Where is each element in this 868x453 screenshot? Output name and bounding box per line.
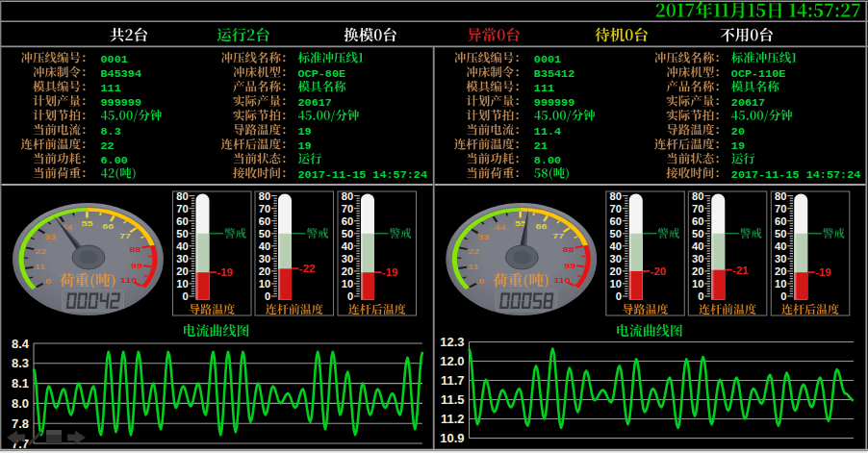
svg-text:21: 21 [534, 139, 548, 153]
svg-text:77: 77 [119, 231, 131, 239]
svg-text:10.9: 10.9 [440, 431, 464, 445]
svg-text:0: 0 [45, 277, 51, 286]
svg-text:11.4: 11.4 [534, 125, 561, 138]
svg-text:11: 11 [468, 262, 479, 270]
svg-text:0001: 0001 [534, 53, 561, 66]
svg-text:50: 50 [342, 228, 353, 239]
svg-text:OCP-80E: OCP-80E [298, 67, 346, 81]
svg-text:30: 30 [259, 253, 270, 264]
svg-text:0: 0 [698, 290, 703, 302]
svg-text:999999: 999999 [101, 96, 141, 110]
svg-text:8.00: 8.00 [534, 154, 561, 167]
svg-text:-21: -21 [732, 264, 749, 276]
svg-text:80: 80 [775, 190, 786, 202]
svg-text:2017-11-15 14:57:24: 2017-11-15 14:57:24 [298, 168, 428, 182]
svg-text:12.0: 12.0 [440, 354, 464, 368]
svg-text:0001: 0001 [101, 53, 128, 66]
svg-text:20: 20 [342, 265, 353, 277]
svg-text:50: 50 [610, 228, 622, 239]
svg-text:111: 111 [101, 82, 121, 95]
svg-text:77: 77 [552, 231, 564, 239]
svg-text:20: 20 [610, 265, 622, 277]
svg-text:40: 40 [610, 240, 622, 252]
svg-text:40: 40 [176, 240, 188, 252]
svg-text:-19: -19 [815, 266, 831, 278]
svg-text:2017-11-15 14:57:24: 2017-11-15 14:57:24 [731, 168, 861, 182]
svg-text:20: 20 [731, 125, 745, 138]
svg-text:50: 50 [692, 228, 703, 239]
svg-text:22: 22 [468, 246, 479, 255]
svg-text:0: 0 [478, 277, 484, 286]
svg-text:70: 70 [342, 203, 353, 214]
svg-text:110: 110 [553, 275, 570, 284]
svg-text:40: 40 [342, 240, 353, 252]
svg-text:10: 10 [342, 278, 353, 289]
svg-text:11.7: 11.7 [441, 373, 465, 388]
svg-text:999999: 999999 [534, 96, 574, 110]
svg-text:20617: 20617 [731, 96, 765, 110]
svg-text:-20: -20 [651, 265, 667, 277]
svg-text:50: 50 [775, 228, 786, 239]
svg-text:8.0: 8.0 [12, 396, 29, 411]
svg-text:70: 70 [176, 203, 188, 214]
svg-text:B35412: B35412 [534, 67, 574, 81]
svg-text:10: 10 [259, 278, 270, 289]
svg-text:11.5: 11.5 [441, 392, 465, 407]
svg-text:60: 60 [610, 215, 622, 227]
svg-text:20: 20 [259, 265, 270, 277]
svg-text:80: 80 [610, 190, 622, 202]
svg-text:60: 60 [259, 215, 270, 227]
svg-text:22: 22 [35, 246, 46, 255]
svg-text:22: 22 [101, 139, 115, 153]
svg-text:55: 55 [82, 218, 94, 227]
svg-text:44: 44 [494, 222, 506, 231]
svg-text:70: 70 [259, 203, 270, 214]
svg-text:40: 40 [775, 240, 786, 252]
svg-text:-22: -22 [299, 263, 316, 274]
svg-text:70: 70 [610, 203, 622, 214]
svg-text:12.3: 12.3 [440, 335, 464, 349]
svg-text:11: 11 [35, 262, 46, 270]
svg-text:20: 20 [775, 265, 786, 277]
svg-text:0: 0 [347, 290, 353, 302]
svg-text:60: 60 [342, 215, 353, 227]
svg-text:30: 30 [342, 253, 353, 264]
svg-text:60: 60 [176, 215, 188, 227]
svg-text:33: 33 [477, 232, 489, 240]
svg-text:40: 40 [692, 240, 703, 252]
svg-text:19: 19 [298, 139, 312, 153]
svg-text:20: 20 [176, 265, 188, 277]
svg-text:10: 10 [610, 278, 622, 289]
svg-text:60: 60 [775, 215, 786, 227]
svg-text:33: 33 [44, 232, 56, 240]
svg-text:66: 66 [102, 222, 114, 231]
svg-text:8.3: 8.3 [101, 125, 121, 138]
svg-text:80: 80 [176, 190, 188, 202]
svg-text:66: 66 [535, 222, 547, 231]
svg-text:6.00: 6.00 [101, 154, 128, 167]
svg-text:110: 110 [120, 275, 137, 284]
svg-text:30: 30 [775, 253, 786, 264]
svg-text:99: 99 [564, 261, 575, 269]
svg-text:-19: -19 [382, 266, 398, 278]
svg-text:19: 19 [731, 139, 745, 153]
svg-text:80: 80 [259, 190, 270, 202]
svg-text:19: 19 [298, 125, 312, 138]
svg-text:OCP-110E: OCP-110E [731, 67, 786, 81]
svg-text:0: 0 [780, 290, 786, 302]
svg-text:0: 0 [616, 290, 622, 302]
svg-text:40: 40 [259, 240, 270, 252]
svg-text:70: 70 [775, 203, 786, 214]
svg-text:10: 10 [692, 278, 703, 289]
svg-text:30: 30 [692, 253, 703, 264]
svg-text:99: 99 [131, 261, 142, 269]
svg-text:B45394: B45394 [101, 67, 141, 81]
svg-text:11.2: 11.2 [441, 412, 465, 426]
svg-text:88: 88 [563, 245, 574, 254]
svg-text:8.3: 8.3 [12, 356, 29, 370]
svg-text:8.4: 8.4 [12, 337, 30, 351]
svg-text:10: 10 [176, 278, 188, 289]
svg-text:50: 50 [176, 228, 188, 239]
svg-text:30: 30 [176, 253, 188, 264]
svg-text:7.8: 7.8 [12, 416, 29, 431]
